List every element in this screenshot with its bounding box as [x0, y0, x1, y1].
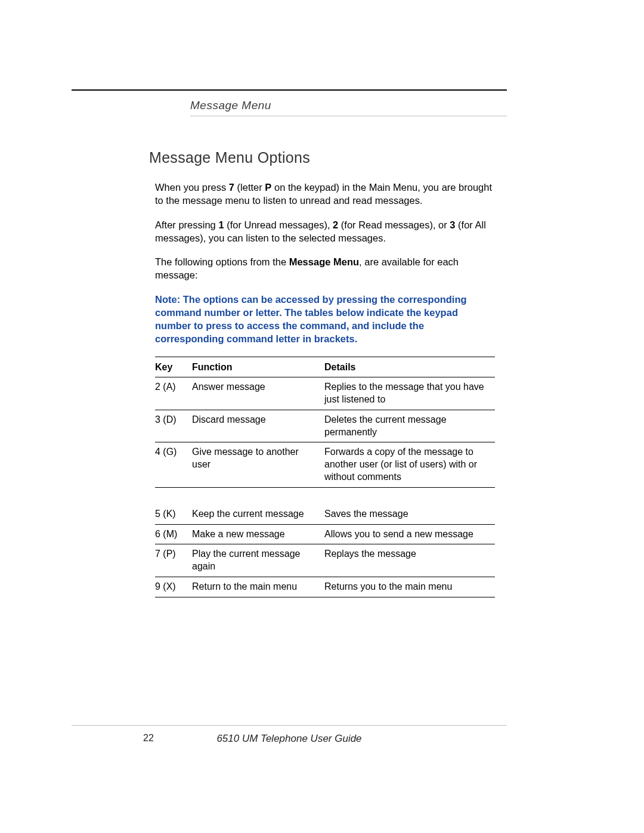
cell-details: Returns you to the main menu [324, 577, 495, 597]
key-3: 3 [450, 219, 455, 230]
page-heading: Message Menu Options [149, 149, 507, 166]
cell-func: Discard message [192, 410, 324, 442]
footer: 22 6510 UM Telephone User Guide [72, 733, 507, 745]
footer-rule [72, 725, 507, 726]
page: Message Menu Message Menu Options When y… [0, 0, 644, 833]
body-content: When you press 7 (letter P on the keypad… [155, 181, 495, 597]
cell-key: 6 (M) [155, 524, 192, 544]
table-row: 2 (A) Answer message Replies to the mess… [155, 377, 495, 410]
cell-key: 4 (G) [155, 442, 192, 487]
cell-func: Make a new message [192, 524, 324, 544]
cell-func: Give message to another user [192, 442, 324, 487]
cell-details: Forwards a copy of the message to anothe… [324, 442, 495, 487]
cell-details: Allows you to send a new message [324, 524, 495, 544]
text: (letter [234, 182, 265, 193]
section-title: Message Menu [190, 99, 271, 112]
key-7: 7 [229, 182, 234, 193]
cell-details: Replays the message [324, 544, 495, 577]
text: (for Unread messages), [224, 219, 333, 230]
col-details: Details [324, 357, 495, 377]
table-row: 7 (P) Play the current message again Rep… [155, 544, 495, 577]
text: When you press [155, 182, 229, 193]
cell-key: 7 (P) [155, 544, 192, 577]
table-gap [155, 487, 495, 504]
cell-func: Return to the main menu [192, 577, 324, 597]
col-key: Key [155, 357, 192, 377]
table-row: 4 (G) Give message to another user Forwa… [155, 442, 495, 487]
cell-func: Answer message [192, 377, 324, 410]
cell-key: 9 (X) [155, 577, 192, 597]
cell-key: 2 (A) [155, 377, 192, 410]
cell-func: Play the current message again [192, 544, 324, 577]
intro-paragraph-2: After pressing 1 (for Unread messages), … [155, 218, 495, 245]
table-row: 3 (D) Discard message Deletes the curren… [155, 410, 495, 442]
cell-details: Deletes the current message permanently [324, 410, 495, 442]
key-2: 2 [333, 219, 338, 230]
text: After pressing [155, 219, 218, 230]
options-table: Key Function Details 2 (A) Answer messag… [155, 357, 495, 597]
text: (for Read messages), or [338, 219, 450, 230]
col-function: Function [192, 357, 324, 377]
cell-details: Replies to the message that you have jus… [324, 377, 495, 410]
page-number: 22 [143, 733, 154, 744]
cell-details: Saves the message [324, 504, 495, 524]
doc-title: 6510 UM Telephone User Guide [216, 733, 361, 744]
intro-paragraph-3: The following options from the Message M… [155, 255, 495, 282]
intro-paragraph-1: When you press 7 (letter P on the keypad… [155, 181, 495, 208]
letter-p: P [265, 182, 271, 193]
top-rule [72, 89, 507, 91]
note-paragraph: Note: The options can be accessed by pre… [155, 293, 495, 346]
text: The following options from the [155, 256, 289, 267]
table-row: 6 (M) Make a new message Allows you to s… [155, 524, 495, 544]
table-row: 5 (K) Keep the current message Saves the… [155, 504, 495, 524]
cell-key: 3 (D) [155, 410, 192, 442]
cell-key: 5 (K) [155, 504, 192, 524]
running-header: Message Menu [190, 97, 507, 116]
key-1: 1 [218, 219, 224, 230]
message-menu-bold: Message Menu [289, 256, 359, 267]
table-row: 9 (X) Return to the main menu Returns yo… [155, 577, 495, 597]
table-header-row: Key Function Details [155, 357, 495, 377]
cell-func: Keep the current message [192, 504, 324, 524]
